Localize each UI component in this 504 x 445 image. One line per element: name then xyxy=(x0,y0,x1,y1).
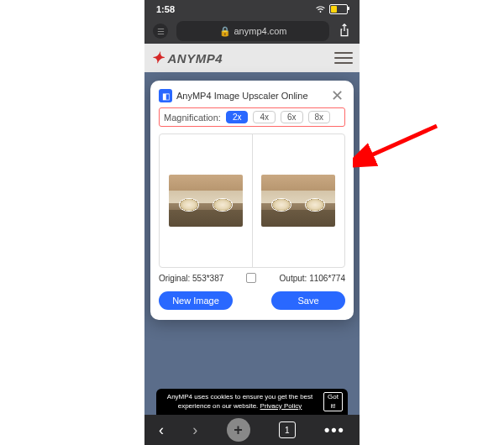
status-bar: 1:58 xyxy=(144,0,360,18)
hamburger-menu-icon[interactable] xyxy=(334,52,353,64)
cookie-accept-button[interactable]: Got it! xyxy=(323,392,343,411)
close-icon[interactable]: ✕ xyxy=(328,87,345,104)
reader-icon[interactable]: ☰ xyxy=(153,24,168,39)
forward-icon[interactable]: › xyxy=(192,421,197,439)
output-image xyxy=(261,175,335,227)
url-text: anymp4.com xyxy=(234,26,287,36)
magnification-selector: Magnification: 2x 4x 6x 8x xyxy=(159,107,345,127)
output-size: Output: 1106*774 xyxy=(280,274,345,283)
lock-aspect-checkbox[interactable] xyxy=(246,273,256,283)
site-logo[interactable]: ✦ ANYMP4 xyxy=(151,49,223,67)
privacy-policy-link[interactable]: Privacy Policy xyxy=(260,402,302,410)
clock: 1:58 xyxy=(156,4,175,14)
share-icon[interactable] xyxy=(338,23,351,40)
battery-icon xyxy=(329,4,348,14)
new-image-button[interactable]: New Image xyxy=(159,291,233,310)
original-size: Original: 553*387 xyxy=(159,274,223,283)
phone-frame: 1:58 ☰ 🔒 anymp4.com ✦ ANYMP4 ◧ xyxy=(144,0,360,445)
lock-icon: 🔒 xyxy=(219,26,231,37)
original-image xyxy=(169,175,243,227)
cookie-banner: AnyMP4 uses cookies to ensure you get th… xyxy=(156,389,348,415)
size-info-row: Original: 553*387 Output: 1106*774 xyxy=(159,273,345,283)
site-header: ✦ ANYMP4 xyxy=(144,44,360,72)
original-pane xyxy=(160,134,252,267)
image-compare xyxy=(159,134,345,268)
url-field[interactable]: 🔒 anymp4.com xyxy=(176,21,329,41)
save-button[interactable]: Save xyxy=(271,291,345,310)
page-viewport: ✦ ANYMP4 ◧ AnyMP4 Image Upscaler Online … xyxy=(144,44,360,415)
magnification-2x[interactable]: 2x xyxy=(226,111,249,123)
cookie-text: AnyMP4 uses cookies to ensure you get th… xyxy=(161,393,318,411)
annotation-arrow xyxy=(353,118,445,168)
output-pane xyxy=(253,134,345,267)
browser-url-bar: ☰ 🔒 anymp4.com xyxy=(144,18,360,44)
magnification-label: Magnification: xyxy=(164,113,221,123)
modal-title: ◧ AnyMP4 Image Upscaler Online xyxy=(159,89,308,102)
magnification-6x[interactable]: 6x xyxy=(281,111,303,123)
upscaler-modal: ◧ AnyMP4 Image Upscaler Online ✕ Magnifi… xyxy=(150,81,354,320)
back-icon[interactable]: ‹ xyxy=(159,421,164,439)
app-icon: ◧ xyxy=(159,89,172,102)
status-icons xyxy=(315,4,348,14)
brand-text: ANYMP4 xyxy=(168,51,223,65)
svg-line-0 xyxy=(365,126,437,158)
magnification-4x[interactable]: 4x xyxy=(253,111,276,123)
magnification-8x[interactable]: 8x xyxy=(308,111,331,123)
wifi-icon xyxy=(315,6,326,13)
tabs-button[interactable]: 1 xyxy=(279,421,296,438)
logo-mark-icon: ✦ xyxy=(151,49,165,67)
more-icon[interactable]: ••• xyxy=(324,421,345,439)
new-tab-button[interactable]: + xyxy=(227,418,250,442)
browser-toolbar: ‹ › + 1 ••• xyxy=(144,415,360,445)
